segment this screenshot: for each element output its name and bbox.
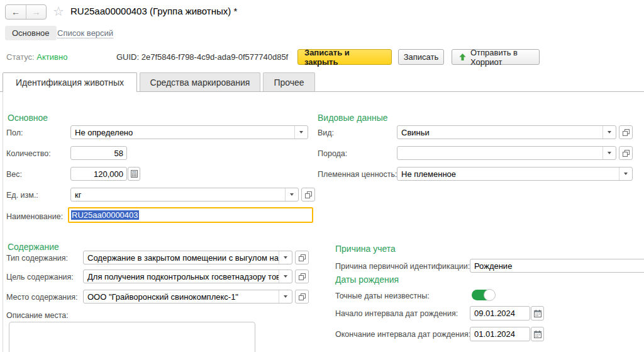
quantity-input[interactable] xyxy=(70,146,127,160)
birth-start-calendar-button[interactable] xyxy=(531,306,544,321)
primary-id-reason-select[interactable]: Рождение xyxy=(470,259,644,273)
weight-input[interactable] xyxy=(70,167,127,181)
group-title-main: Основное xyxy=(8,113,48,123)
chevron-down-icon[interactable] xyxy=(279,270,292,283)
favorite-star-icon[interactable]: ☆ xyxy=(53,4,64,18)
keeping-purpose-open-button[interactable] xyxy=(295,270,309,283)
forward-button[interactable]: → xyxy=(26,5,46,19)
status-value: Активно xyxy=(36,52,67,62)
open-list-icon xyxy=(623,150,630,157)
save-button[interactable]: Записать xyxy=(398,49,444,65)
place-description-label: Описание места: xyxy=(6,311,69,320)
birth-interval-end-value: 01.01.2024 xyxy=(474,329,515,339)
unit-value: кг xyxy=(71,190,285,200)
send-horriot-button[interactable]: Отправить в Хорриот xyxy=(452,49,540,65)
primary-id-reason-value: Рождение xyxy=(470,261,644,271)
open-list-icon xyxy=(305,191,312,198)
keeping-type-value: Содержание в закрытом помещении с выгуло… xyxy=(84,253,279,263)
page-title: RU25aa00000403 (Группа животных) * xyxy=(70,6,237,16)
form-window: ← → ☆ RU25aa00000403 (Группа животных) *… xyxy=(0,0,644,352)
tab-animal-identification[interactable]: Идентификация животных xyxy=(3,72,137,92)
chevron-down-icon[interactable] xyxy=(602,126,616,139)
breeding-value-select[interactable]: Не племенное xyxy=(397,167,633,181)
breed-open-button[interactable] xyxy=(619,146,633,160)
quantity-label: Количество: xyxy=(6,149,51,158)
keeping-place-select[interactable]: ООО "Грайворонский свинокомплекс-1" xyxy=(83,290,292,304)
unit-open-button[interactable] xyxy=(301,188,315,202)
toggle-knob xyxy=(484,289,496,301)
gender-value: Не определено xyxy=(71,128,294,137)
gender-select[interactable]: Не определено xyxy=(70,125,308,139)
species-open-button[interactable] xyxy=(619,125,633,139)
group-title-reason: Причина учета xyxy=(335,244,396,254)
keeping-purpose-select[interactable]: Для получения подконтрольных госветнадзо… xyxy=(83,270,292,283)
guid-text: GUID: 2e7f5846-f798-4c9d-ada9-0f577740d8… xyxy=(116,52,288,62)
tab-other[interactable]: Прочее xyxy=(263,72,315,91)
keeping-purpose-value: Для получения подконтрольных госветнадзо… xyxy=(84,272,279,281)
back-icon: ← xyxy=(11,7,20,17)
gender-label: Пол: xyxy=(6,128,23,137)
chevron-down-icon[interactable] xyxy=(294,126,308,139)
name-input[interactable]: RU25aa00000403 xyxy=(68,207,313,223)
group-title-keeping: Содержание xyxy=(8,242,59,252)
breed-select[interactable] xyxy=(397,146,616,160)
chevron-down-icon[interactable] xyxy=(279,290,292,303)
birth-interval-start-input[interactable]: 09.01.2024 xyxy=(470,306,530,321)
primary-id-reason-label: Причина первичной идентификации: xyxy=(335,262,470,271)
group-title-birth-dates: Даты рождения xyxy=(335,275,399,285)
birth-end-calendar-button[interactable] xyxy=(531,327,544,341)
species-value: Свиньи xyxy=(397,128,602,137)
keeping-type-label: Тип содержания: xyxy=(6,254,68,263)
save-close-button[interactable]: Записать и закрыть xyxy=(297,49,392,65)
keeping-place-open-button[interactable] xyxy=(295,290,309,304)
forward-icon: → xyxy=(32,7,41,17)
group-title-species: Видовые данные xyxy=(318,113,388,123)
chevron-down-icon[interactable] xyxy=(279,251,292,264)
open-list-icon xyxy=(623,129,630,136)
name-selected-text: RU25aa00000403 xyxy=(71,210,139,220)
guid-value: 2e7f5846-f798-4c9d-ada9-0f577740d85f xyxy=(142,52,288,62)
exact-dates-unknown-toggle[interactable] xyxy=(472,290,494,300)
tab-marking-means[interactable]: Средства маркирования xyxy=(140,72,260,91)
place-description-textarea[interactable] xyxy=(9,322,255,352)
unit-select[interactable]: кг xyxy=(70,188,299,202)
keeping-purpose-label: Цель содержания: xyxy=(6,273,74,281)
calculator-button[interactable] xyxy=(128,167,140,181)
chevron-down-icon[interactable] xyxy=(602,147,616,159)
keeping-place-label: Место содержания: xyxy=(6,293,77,302)
calendar-icon xyxy=(534,310,541,317)
unit-label: Ед. изм.: xyxy=(6,191,38,200)
exact-dates-unknown-label: Точные даты неизвестны: xyxy=(335,292,430,300)
status-text: Статус: Активно xyxy=(6,52,67,62)
nav-item-main[interactable]: Основное xyxy=(5,26,57,40)
weight-label: Вес: xyxy=(6,170,22,179)
chevron-down-icon[interactable] xyxy=(619,167,632,180)
breeding-value-label: Племенная ценность: xyxy=(318,170,397,179)
keeping-place-value: ООО "Грайворонский свинокомплекс-1" xyxy=(84,292,279,302)
birth-interval-end-label: Окончание интервала дат рождения: xyxy=(335,330,470,339)
birth-interval-start-value: 09.01.2024 xyxy=(474,309,515,318)
status-label: Статус: xyxy=(6,52,35,62)
birth-interval-end-input[interactable]: 01.01.2024 xyxy=(470,327,530,341)
calculator-icon xyxy=(131,170,138,178)
arrow-up-green-icon xyxy=(458,53,467,61)
open-list-icon xyxy=(299,273,306,280)
breed-label: Порода: xyxy=(318,149,347,158)
back-button[interactable]: ← xyxy=(6,5,26,19)
open-list-icon xyxy=(299,293,306,300)
open-list-icon xyxy=(299,254,306,261)
calendar-icon xyxy=(534,331,541,338)
content-left-border xyxy=(3,92,3,352)
send-horriot-label: Отправить в Хорриот xyxy=(470,48,533,67)
history-nav-group: ← → xyxy=(5,4,47,20)
species-label: Вид: xyxy=(318,128,334,137)
guid-label: GUID: xyxy=(116,52,139,62)
chevron-down-icon[interactable] xyxy=(285,188,298,201)
keeping-type-select[interactable]: Содержание в закрытом помещении с выгуло… xyxy=(83,251,292,264)
name-label: Наименование: xyxy=(6,212,63,221)
birth-interval-start-label: Начало интервала дат рождения: xyxy=(335,309,458,318)
species-select[interactable]: Свиньи xyxy=(397,125,616,139)
keeping-type-open-button[interactable] xyxy=(295,251,309,264)
breeding-value-value: Не племенное xyxy=(397,169,619,179)
versions-link[interactable]: Список версий xyxy=(57,28,113,38)
